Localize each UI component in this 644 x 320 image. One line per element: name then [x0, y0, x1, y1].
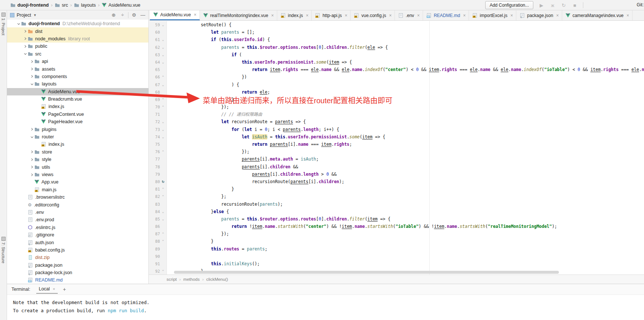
tree-item-.editorconfig[interactable]: ⚙.editorconfig	[7, 201, 148, 208]
tab-importExcel.js[interactable]: JSimportExcel.js×	[469, 10, 516, 20]
breadcrumb-script[interactable]: script	[167, 277, 177, 282]
tree-item-babel.config.js[interactable]: JSbabel.config.js	[7, 246, 148, 254]
coverage-icon[interactable]: ↻	[561, 3, 567, 8]
fold-close-icon[interactable]: ⌃	[161, 230, 165, 238]
chevron-right-icon[interactable]	[29, 165, 34, 169]
close-icon[interactable]: ×	[53, 287, 55, 291]
tool-window-button-structure[interactable]: 7: Structure	[0, 237, 7, 263]
tree-item-views[interactable]: views	[7, 171, 148, 178]
code-line-78[interactable]: 78 parents[i].children &&	[149, 163, 644, 171]
tool-window-button-project[interactable]: 1: Project	[0, 13, 7, 35]
tab-AsideMenu.vue[interactable]: AsideMenu.vue×	[150, 10, 200, 20]
fold-open-icon[interactable]: ⌄	[161, 21, 165, 28]
tree-item-dist[interactable]: dist	[7, 27, 148, 35]
close-icon[interactable]: ×	[510, 13, 513, 18]
tree-item-components[interactable]: components	[7, 73, 148, 80]
code-line-65[interactable]: 65 return item.rights === ele.name && el…	[149, 66, 644, 73]
code-line-76[interactable]: 76⌃ });	[149, 148, 644, 155]
chevron-down-icon[interactable]	[29, 82, 34, 86]
tree-item-.browserslistrc[interactable]: .browserslistrc	[7, 193, 148, 201]
fold-open-icon[interactable]: ⌄	[161, 133, 165, 141]
code-line-62[interactable]: 62⌄ parents = this.$router.options.route…	[149, 44, 644, 51]
code-line-83[interactable]: 83 recursionRoute(parents);	[149, 201, 644, 208]
tab-package.json[interactable]: {​}package.json×	[516, 10, 562, 20]
code-line-86[interactable]: 86 return !item.name.startsWith("center"…	[149, 223, 644, 230]
tree-item-Breadcrumb.vue[interactable]: Breadcrumb.vue	[7, 95, 148, 103]
fold-close-icon[interactable]: ⌃	[161, 193, 165, 200]
tree-item-.eslintrc.js[interactable]: .eslintrc.js	[7, 224, 148, 231]
new-terminal-session-button[interactable]: +	[60, 286, 69, 292]
chevron-right-icon[interactable]	[29, 150, 34, 154]
breadcrumb-clickmenu[interactable]: clickMenu()	[206, 277, 228, 282]
chevron-right-icon[interactable]	[29, 128, 34, 131]
code-line-89[interactable]: 89 this.routes = parents;	[149, 245, 644, 253]
tree-item-.env.prod[interactable]: .env.prod	[7, 216, 148, 223]
tree-item-src[interactable]: src	[7, 50, 148, 58]
code-line-77[interactable]: 77 parents[i].meta.auth = isAuth;	[149, 155, 644, 163]
close-icon[interactable]: ×	[627, 13, 629, 18]
code-line-71[interactable]: 71 // // 递归权限路由	[149, 111, 644, 118]
code-line-63[interactable]: 63⌄ if (	[149, 51, 644, 58]
breadcrumb-item[interactable]: AsideMenu.vue	[102, 3, 140, 8]
tree-item-store[interactable]: store	[7, 148, 148, 156]
hide-panel-icon[interactable]: —	[140, 12, 146, 18]
tree-item-node-modules[interactable]: node_moduleslibrary root	[7, 35, 148, 43]
chevron-right-icon[interactable]	[29, 173, 34, 176]
breadcrumb-item[interactable]: src	[55, 3, 68, 8]
fold-open-icon[interactable]: ⌄	[161, 215, 165, 223]
tab-.env[interactable]: .env×	[395, 10, 423, 20]
tree-item-public[interactable]: public	[7, 43, 148, 50]
git-branch-widget[interactable]: Git:	[635, 2, 644, 7]
chevron-right-icon[interactable]	[23, 45, 28, 48]
fold-close-icon[interactable]: ⌃	[161, 148, 165, 155]
stop-icon[interactable]: ■	[572, 3, 578, 8]
code-line-61[interactable]: 61⌄ if (this.userInfo.id) {	[149, 36, 644, 43]
close-icon[interactable]: ×	[556, 13, 559, 18]
tree-item-App.vue[interactable]: App.vue	[7, 178, 148, 186]
fold-close-icon[interactable]: ⌃	[161, 73, 165, 81]
code-line-88[interactable]: 88⌃ }	[149, 238, 644, 245]
project-view-selector[interactable]: Project ▼	[10, 13, 108, 18]
chevron-right-icon[interactable]	[29, 67, 34, 71]
fold-open-icon[interactable]: ⌄	[161, 81, 165, 88]
recursive-call-icon[interactable]: ↻	[161, 178, 165, 185]
tree-item-layouts[interactable]: layouts	[7, 80, 148, 88]
code-line-85[interactable]: 85⌄ parents = this.$router.options.route…	[149, 215, 644, 223]
terminal-tab-local[interactable]: Local ×	[36, 285, 58, 294]
fold-close-icon[interactable]: ⌃	[161, 103, 165, 111]
close-icon[interactable]: ×	[194, 12, 197, 17]
fold-open-icon[interactable]: ⌄	[161, 36, 165, 43]
close-icon[interactable]: ×	[389, 13, 392, 18]
fold-close-icon[interactable]: ⌃	[161, 238, 165, 245]
fold-open-icon[interactable]: ⌄	[161, 51, 165, 58]
tree-item-plugins[interactable]: plugins	[7, 125, 148, 133]
fold-open-icon[interactable]: ⌄	[161, 58, 165, 66]
chevron-right-icon[interactable]	[29, 60, 34, 63]
tab-index.js[interactable]: JSindex.js×	[277, 10, 312, 20]
tree-item-AsideMenu.vue[interactable]: AsideMenu.vue	[7, 88, 148, 95]
code-line-60[interactable]: 60 let parents = [];	[149, 28, 644, 36]
fold-close-icon[interactable]: ⌃	[161, 267, 165, 275]
tree-item-package.json[interactable]: {​}package.json	[7, 262, 148, 269]
fold-open-icon[interactable]: ⌄	[161, 208, 165, 215]
run-icon[interactable]: ▶	[539, 3, 544, 8]
fold-open-icon[interactable]: ⌄	[161, 44, 165, 51]
tree-item-PageContent.vue[interactable]: PageContent.vue	[7, 111, 148, 118]
terminal-output[interactable]: Note that the development build is not o…	[7, 295, 644, 314]
tab-http-api.js[interactable]: JShttp-api.js×	[312, 10, 350, 20]
chevron-right-icon[interactable]	[23, 37, 28, 40]
chevron-right-icon[interactable]	[29, 158, 34, 161]
code-line-82[interactable]: 82⌃ };	[149, 193, 644, 200]
code-line-67[interactable]: 67⌄ ) {	[149, 81, 644, 88]
debug-icon[interactable]: ж	[550, 3, 556, 8]
breadcrumb-item[interactable]: duoji-frontend	[10, 3, 49, 8]
close-icon[interactable]: ×	[463, 13, 466, 18]
code-line-90[interactable]: 90	[149, 253, 644, 260]
close-icon[interactable]: ×	[306, 13, 308, 18]
code-line-80[interactable]: 80↻ recursionRoute(parents[i].children);	[149, 178, 644, 185]
code-line-81[interactable]: 81⌃ }	[149, 185, 644, 193]
add-configuration-button[interactable]: Add Configuration...	[485, 1, 533, 9]
tab-cameraManage-index.vue[interactable]: cameraManage\index.vue×	[562, 10, 633, 20]
tree-item-assets[interactable]: assets	[7, 65, 148, 73]
horizontal-scrollbar[interactable]	[174, 271, 559, 274]
